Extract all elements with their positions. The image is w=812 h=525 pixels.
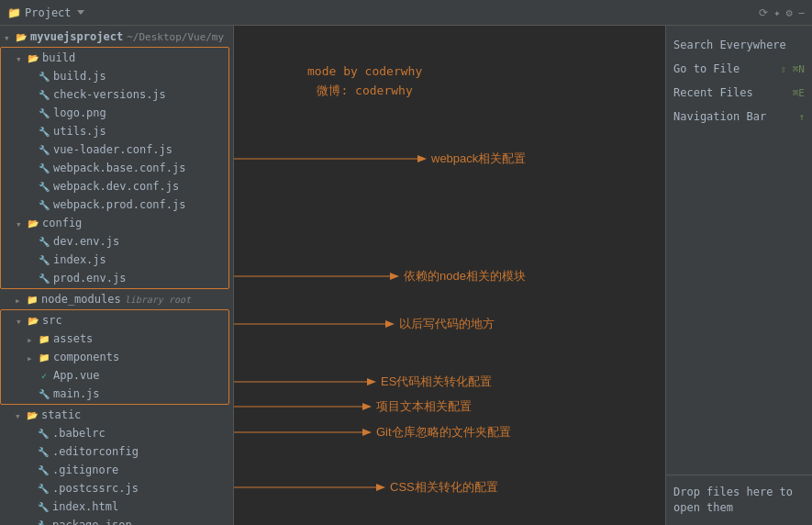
nav-bar-keys: ↑ [798, 111, 805, 123]
build-arrow [16, 52, 27, 63]
src-folder[interactable]: src [1, 311, 228, 330]
library-root-badge: library root [125, 295, 191, 305]
editorconfig-label: .editorconfig [52, 445, 139, 458]
webpack-base-conf[interactable]: 🔧 webpack.base.conf.js [1, 159, 228, 177]
config-icon: 🔧 [37, 427, 50, 440]
postcssrc-label: .postcssrc.js [52, 482, 139, 495]
build-js-label: build.js [53, 70, 106, 83]
css-label: CSS相关转化的配置 [390, 480, 498, 494]
git-label: Git仓库忽略的文件夹配置 [376, 425, 511, 439]
es-label: ES代码相关转化配置 [381, 374, 492, 388]
index-html-label: index.html [52, 500, 118, 513]
webpack-label: webpack相关配置 [430, 151, 526, 165]
static-label: static [41, 408, 81, 421]
build-folder[interactable]: build [1, 49, 228, 67]
svg-marker-1 [417, 155, 427, 162]
utils-js[interactable]: 🔧 utils.js [1, 122, 228, 140]
postcssrc-js[interactable]: 🔧 .postcssrc.js [0, 479, 233, 497]
check-versions-js[interactable]: 🔧 check-versions.js [1, 85, 228, 104]
js-icon: 🔧 [38, 180, 50, 193]
gear-icon[interactable]: ⚙ [786, 6, 793, 19]
vue-loader-conf-label: vue-loader.conf.js [53, 143, 172, 156]
index-config-js[interactable]: 🔧 index.js [1, 251, 228, 269]
assets-folder[interactable]: assets [1, 330, 228, 348]
package-json[interactable]: 🔧 package.json [0, 516, 233, 525]
gitignore-label: .gitignore [52, 464, 118, 476]
node-modules[interactable]: node_modules library root [0, 290, 233, 308]
webpack-dev-conf[interactable]: 🔧 webpack.dev.conf.js [1, 177, 228, 195]
go-to-file-label: Go to File [673, 62, 740, 75]
recent-files-label: Recent Files [673, 86, 753, 99]
navigation-bar[interactable]: Navigation Bar ↑ [666, 105, 812, 128]
src-arrow [16, 315, 27, 326]
dropdown-arrow[interactable] [77, 10, 84, 15]
drop-files-area: Drop files here to open them [666, 475, 812, 525]
js-icon: 🔧 [38, 88, 50, 101]
vue-icon: ✓ [38, 369, 50, 382]
build-js[interactable]: 🔧 build.js [1, 67, 228, 85]
recent-files[interactable]: Recent Files ⌘E [666, 81, 812, 105]
root-item[interactable]: myvuejsproject ~/Desktop/Vue/my [0, 28, 233, 46]
drop-files-line2: open them [673, 500, 805, 516]
svg-marker-13 [376, 484, 385, 491]
assets-icon [38, 332, 50, 345]
main-content: myvuejsproject ~/Desktop/Vue/my build 🔧 … [0, 26, 812, 525]
search-everywhere[interactable]: Search Everywhere [666, 33, 812, 57]
config-folder[interactable]: config [1, 214, 228, 232]
right-panel: Search Everywhere Go to File ⇧ ⌘N Recent… [665, 26, 812, 525]
assets-arrow [27, 333, 38, 344]
main-area: mode by coderwhy 微博: coderwhy webpack相关配… [234, 26, 665, 525]
node-modules-icon [26, 293, 39, 306]
node-label: 依赖的node相关的模块 [404, 269, 526, 283]
webpack-prod-conf[interactable]: 🔧 webpack.prod.conf.js [1, 195, 228, 214]
utils-js-label: utils.js [53, 125, 106, 138]
root-arrow [4, 31, 15, 42]
img-icon: 🔧 [38, 106, 50, 119]
js-icon: 🔧 [38, 125, 50, 138]
dev-env-js[interactable]: 🔧 dev.env.js [1, 232, 228, 251]
babelrc[interactable]: 🔧 .babelrc [0, 424, 233, 442]
pin-icon[interactable]: ✦ [773, 6, 780, 19]
js-icon: 🔧 [38, 253, 50, 266]
index-html[interactable]: 🔧 index.html [0, 497, 233, 516]
js-icon: 🔧 [38, 143, 50, 156]
project-title: 📁 Project [7, 6, 84, 19]
root-path: ~/Desktop/Vue/my [127, 31, 224, 43]
package-json-label: package.json [52, 519, 132, 525]
index-config-label: index.js [53, 253, 106, 266]
gitignore[interactable]: 🔧 .gitignore [0, 461, 233, 479]
config-icon: 🔧 [37, 464, 50, 476]
editorconfig[interactable]: 🔧 .editorconfig [0, 442, 233, 461]
prod-env-js[interactable]: 🔧 prod.env.js [1, 269, 228, 287]
static-arrow [15, 409, 26, 420]
go-to-file[interactable]: Go to File ⇧ ⌘N [666, 57, 812, 81]
svg-marker-3 [390, 273, 399, 280]
navigation-bar-label: Navigation Bar [673, 110, 766, 123]
src-label: 以后写代码的地方 [399, 317, 495, 330]
recent-files-keys: ⌘E [793, 87, 805, 99]
app-vue-label: App.vue [53, 369, 100, 382]
assets-label: assets [53, 332, 93, 345]
webpack-dev-label: webpack.dev.conf.js [53, 180, 179, 193]
babelrc-label: .babelrc [52, 427, 106, 440]
logo-png[interactable]: 🔧 logo.png [1, 104, 228, 122]
logo-png-label: logo.png [53, 106, 106, 119]
search-everywhere-label: Search Everywhere [673, 39, 786, 51]
vue-loader-conf[interactable]: 🔧 vue-loader.conf.js [1, 140, 228, 159]
prod-env-label: prod.env.js [53, 272, 126, 285]
close-icon[interactable]: − [798, 6, 805, 19]
sync-icon[interactable]: ⟳ [759, 6, 768, 19]
config-icon: 🔧 [37, 482, 50, 495]
main-js[interactable]: 🔧 main.js [1, 385, 228, 403]
static-folder[interactable]: static [0, 406, 233, 424]
components-folder[interactable]: components [1, 348, 228, 366]
webpack-prod-label: webpack.prod.conf.js [53, 198, 186, 211]
root-folder-icon [15, 30, 28, 43]
app-vue[interactable]: ✓ App.vue [1, 366, 228, 385]
js-icon: 🔧 [38, 70, 50, 83]
root-label: myvuejsproject [30, 30, 123, 43]
main-js-label: main.js [53, 387, 100, 400]
js-icon: 🔧 [38, 198, 50, 211]
sidebar: myvuejsproject ~/Desktop/Vue/my build 🔧 … [0, 26, 234, 525]
js-icon: 🔧 [38, 235, 50, 248]
